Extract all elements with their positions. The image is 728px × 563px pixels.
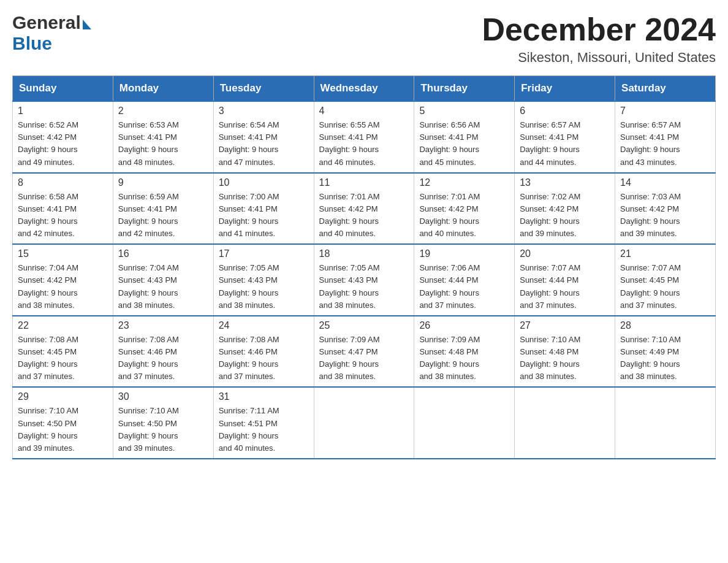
day-number: 2 [118, 105, 208, 117]
day-cell: 28 Sunrise: 7:10 AM Sunset: 4:49 PM Dayl… [615, 316, 716, 388]
day-header-tuesday: Tuesday [213, 76, 314, 102]
daylight-text: Daylight: 9 hours [520, 288, 580, 297]
sunset-text: Sunset: 4:41 PM [520, 132, 578, 142]
day-info: Sunrise: 7:04 AM Sunset: 4:43 PM Dayligh… [118, 262, 208, 312]
day-cell: 25 Sunrise: 7:09 AM Sunset: 4:47 PM Dayl… [314, 316, 414, 388]
sunrise-text: Sunrise: 7:01 AM [419, 192, 480, 201]
calendar: SundayMondayTuesdayWednesdayThursdayFrid… [12, 75, 716, 459]
header-row: SundayMondayTuesdayWednesdayThursdayFrid… [13, 76, 716, 102]
sunset-text: Sunset: 4:44 PM [419, 275, 478, 285]
month-title: December 2024 [482, 12, 716, 47]
day-info: Sunrise: 7:07 AM Sunset: 4:45 PM Dayligh… [620, 262, 710, 312]
sunset-text: Sunset: 4:41 PM [419, 132, 478, 142]
day-header-friday: Friday [515, 76, 615, 102]
sunset-text: Sunset: 4:46 PM [118, 347, 177, 356]
sunrise-text: Sunrise: 7:06 AM [419, 263, 480, 272]
day-number: 21 [620, 248, 710, 259]
sunset-text: Sunset: 4:41 PM [319, 132, 378, 142]
sunset-text: Sunset: 4:41 PM [18, 204, 77, 213]
day-number: 13 [520, 177, 610, 188]
daylight-text: Daylight: 9 hours [319, 359, 379, 369]
sunrise-text: Sunrise: 6:57 AM [520, 120, 580, 129]
day-info: Sunrise: 7:09 AM Sunset: 4:47 PM Dayligh… [319, 334, 409, 383]
logo-arrow-icon [83, 20, 91, 29]
day-number: 17 [219, 248, 309, 259]
daylight-text2: and 38 minutes. [18, 301, 75, 310]
day-cell: 13 Sunrise: 7:02 AM Sunset: 4:42 PM Dayl… [515, 173, 615, 245]
daylight-text2: and 40 minutes. [219, 443, 276, 453]
sunrise-text: Sunrise: 7:08 AM [118, 335, 179, 344]
daylight-text2: and 38 minutes. [319, 301, 376, 310]
week-row-5: 29 Sunrise: 7:10 AM Sunset: 4:50 PM Dayl… [13, 387, 716, 459]
daylight-text2: and 37 minutes. [18, 372, 75, 381]
day-info: Sunrise: 6:53 AM Sunset: 4:41 PM Dayligh… [118, 119, 208, 169]
daylight-text: Daylight: 9 hours [419, 216, 479, 226]
daylight-text: Daylight: 9 hours [219, 359, 279, 369]
day-cell: 24 Sunrise: 7:08 AM Sunset: 4:46 PM Dayl… [213, 316, 314, 388]
daylight-text2: and 37 minutes. [219, 372, 276, 381]
day-info: Sunrise: 6:59 AM Sunset: 4:41 PM Dayligh… [118, 191, 208, 240]
day-cell: 12 Sunrise: 7:01 AM Sunset: 4:42 PM Dayl… [414, 173, 515, 245]
day-number: 9 [118, 177, 208, 188]
day-info: Sunrise: 6:54 AM Sunset: 4:41 PM Dayligh… [219, 119, 309, 169]
daylight-text: Daylight: 9 hours [419, 359, 479, 369]
day-info: Sunrise: 7:01 AM Sunset: 4:42 PM Dayligh… [319, 191, 409, 240]
sunset-text: Sunset: 4:43 PM [118, 275, 177, 285]
day-cell: 10 Sunrise: 7:00 AM Sunset: 4:41 PM Dayl… [213, 173, 314, 245]
week-row-2: 8 Sunrise: 6:58 AM Sunset: 4:41 PM Dayli… [13, 173, 716, 245]
day-number: 29 [18, 391, 108, 402]
day-number: 16 [118, 248, 208, 259]
day-info: Sunrise: 6:57 AM Sunset: 4:41 PM Dayligh… [620, 119, 710, 169]
daylight-text2: and 37 minutes. [419, 301, 476, 310]
day-info: Sunrise: 6:52 AM Sunset: 4:42 PM Dayligh… [18, 119, 108, 169]
daylight-text2: and 40 minutes. [319, 229, 376, 238]
day-number: 19 [419, 248, 509, 259]
sunset-text: Sunset: 4:41 PM [219, 204, 278, 213]
day-header-thursday: Thursday [414, 76, 515, 102]
day-info: Sunrise: 7:03 AM Sunset: 4:42 PM Dayligh… [620, 191, 710, 240]
day-cell: 18 Sunrise: 7:05 AM Sunset: 4:43 PM Dayl… [314, 244, 414, 316]
sunrise-text: Sunrise: 7:09 AM [319, 335, 380, 344]
daylight-text2: and 41 minutes. [219, 229, 276, 238]
logo: General Blue [12, 12, 91, 54]
daylight-text: Daylight: 9 hours [18, 431, 78, 440]
sunset-text: Sunset: 4:43 PM [319, 275, 378, 285]
day-number: 6 [520, 105, 610, 117]
sunset-text: Sunset: 4:41 PM [118, 132, 177, 142]
daylight-text2: and 48 minutes. [118, 158, 175, 167]
day-number: 7 [620, 105, 710, 117]
day-cell: 9 Sunrise: 6:59 AM Sunset: 4:41 PM Dayli… [113, 173, 213, 245]
day-info: Sunrise: 7:10 AM Sunset: 4:50 PM Dayligh… [118, 405, 208, 454]
day-number: 30 [118, 391, 208, 402]
sunset-text: Sunset: 4:42 PM [520, 204, 578, 213]
day-info: Sunrise: 7:06 AM Sunset: 4:44 PM Dayligh… [419, 262, 509, 312]
sunrise-text: Sunrise: 7:08 AM [18, 335, 78, 344]
day-number: 31 [219, 391, 309, 402]
sunset-text: Sunset: 4:47 PM [319, 347, 378, 356]
daylight-text2: and 47 minutes. [219, 158, 276, 167]
day-number: 20 [520, 248, 610, 259]
daylight-text2: and 46 minutes. [319, 158, 376, 167]
day-info: Sunrise: 7:10 AM Sunset: 4:50 PM Dayligh… [18, 405, 108, 454]
day-info: Sunrise: 7:10 AM Sunset: 4:48 PM Dayligh… [520, 334, 610, 383]
day-number: 15 [18, 248, 108, 259]
sunrise-text: Sunrise: 7:08 AM [219, 335, 279, 344]
daylight-text2: and 37 minutes. [620, 301, 677, 310]
sunset-text: Sunset: 4:41 PM [219, 132, 278, 142]
day-number: 24 [219, 320, 309, 331]
daylight-text: Daylight: 9 hours [118, 216, 178, 226]
daylight-text2: and 38 minutes. [419, 372, 476, 381]
sunset-text: Sunset: 4:42 PM [18, 275, 77, 285]
day-cell: 17 Sunrise: 7:05 AM Sunset: 4:43 PM Dayl… [213, 244, 314, 316]
day-info: Sunrise: 7:01 AM Sunset: 4:42 PM Dayligh… [419, 191, 509, 240]
day-info: Sunrise: 7:00 AM Sunset: 4:41 PM Dayligh… [219, 191, 309, 240]
daylight-text: Daylight: 9 hours [520, 216, 580, 226]
sunset-text: Sunset: 4:43 PM [219, 275, 278, 285]
day-cell: 7 Sunrise: 6:57 AM Sunset: 4:41 PM Dayli… [615, 101, 716, 173]
daylight-text: Daylight: 9 hours [319, 288, 379, 297]
day-cell: 1 Sunrise: 6:52 AM Sunset: 4:42 PM Dayli… [13, 101, 113, 173]
daylight-text: Daylight: 9 hours [18, 288, 78, 297]
day-info: Sunrise: 7:08 AM Sunset: 4:46 PM Dayligh… [118, 334, 208, 383]
sunrise-text: Sunrise: 7:10 AM [118, 406, 179, 415]
sunset-text: Sunset: 4:42 PM [419, 204, 478, 213]
